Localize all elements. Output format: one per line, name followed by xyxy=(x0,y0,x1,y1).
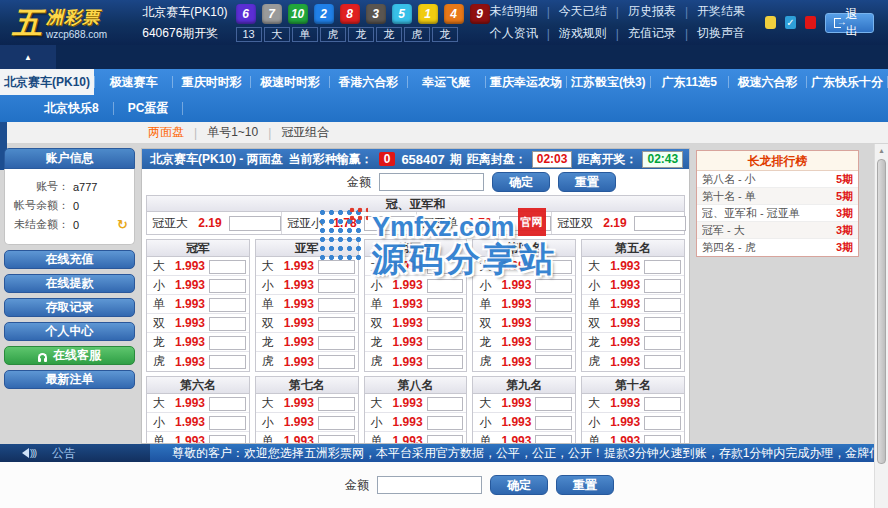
bet-odds[interactable]: 1.993 xyxy=(606,434,644,444)
bet-amount-input[interactable] xyxy=(427,435,464,445)
bet-amount-input[interactable] xyxy=(318,355,355,369)
bet-amount-input[interactable] xyxy=(535,416,572,430)
bet-amount-input[interactable] xyxy=(535,336,572,350)
bet-odds[interactable]: 1.993 xyxy=(171,434,209,444)
bet-amount-input[interactable] xyxy=(535,260,572,274)
confirm-button-bottom[interactable]: 确定 xyxy=(490,475,548,495)
bet-odds[interactable]: 1.993 xyxy=(280,316,318,330)
header-menu-item[interactable]: 切换声音 xyxy=(697,25,745,42)
bet-amount-input[interactable] xyxy=(318,317,355,331)
bet-amount-input[interactable] xyxy=(644,435,681,445)
bet-amount-input[interactable] xyxy=(364,216,416,231)
bet-amount-input[interactable] xyxy=(644,298,681,312)
site-logo[interactable]: 五 洲彩票 wzcp688.com xyxy=(0,6,142,40)
nav-tab[interactable]: 极速六合彩 xyxy=(729,69,806,95)
reset-button-top[interactable]: 重置 xyxy=(558,172,616,192)
bet-odds[interactable]: 2.19 xyxy=(193,216,227,230)
bet-amount-input[interactable] xyxy=(644,260,681,274)
bet-amount-input[interactable] xyxy=(209,260,246,274)
header-menu-item[interactable]: 历史报表 xyxy=(628,3,676,20)
nav-tab[interactable]: 极速时时彩 xyxy=(251,69,328,95)
bet-odds[interactable]: 1.993 xyxy=(606,415,644,429)
bet-odds[interactable]: 1.993 xyxy=(497,297,535,311)
bet-odds[interactable]: 1.78 xyxy=(463,216,497,230)
bet-amount-input[interactable] xyxy=(318,397,355,411)
bet-amount-input[interactable] xyxy=(209,336,246,350)
checkbox-indicator-icon[interactable]: ✓ xyxy=(785,16,796,29)
confirm-button-top[interactable]: 确定 xyxy=(492,172,550,192)
nav-tab[interactable]: 香港六合彩 xyxy=(330,69,407,95)
sidebar-button[interactable]: 存取记录 xyxy=(4,298,135,317)
bet-amount-input[interactable] xyxy=(209,416,246,430)
bet-amount-input[interactable] xyxy=(209,317,246,331)
bet-odds[interactable]: 1.993 xyxy=(280,297,318,311)
bet-odds[interactable]: 1.993 xyxy=(389,297,427,311)
bet-odds[interactable]: 1.993 xyxy=(280,355,318,369)
bet-amount-input[interactable] xyxy=(209,397,246,411)
bet-odds[interactable]: 2.19 xyxy=(598,216,632,230)
bet-amount-input[interactable] xyxy=(499,216,551,231)
vertical-scrollbar[interactable]: ▴ xyxy=(874,144,888,508)
account-info-header[interactable]: 账户信息 xyxy=(4,148,135,169)
amount-input-top[interactable] xyxy=(379,173,484,191)
sidebar-button[interactable]: 在线提款 xyxy=(4,274,135,293)
bet-odds[interactable]: 1.993 xyxy=(280,415,318,429)
bet-amount-input[interactable] xyxy=(427,298,464,312)
bet-odds[interactable]: 1.993 xyxy=(389,335,427,349)
bet-amount-input[interactable] xyxy=(318,416,355,430)
bet-odds[interactable]: 1.993 xyxy=(606,316,644,330)
red-indicator-icon[interactable] xyxy=(805,16,816,29)
bet-amount-input[interactable] xyxy=(427,260,464,274)
bet-amount-input[interactable] xyxy=(644,397,681,411)
scrollbar-up-icon[interactable]: ▴ xyxy=(875,144,888,158)
nav-tab[interactable]: 重庆幸运农场 xyxy=(486,69,566,95)
bet-odds[interactable]: 1.993 xyxy=(497,278,535,292)
bet-odds[interactable]: 1.993 xyxy=(497,355,535,369)
bet-odds[interactable]: 1.993 xyxy=(280,335,318,349)
bet-odds[interactable]: 1.993 xyxy=(171,259,209,273)
bet-amount-input[interactable] xyxy=(427,397,464,411)
subtab[interactable]: 单号1~10 xyxy=(207,124,258,141)
bet-odds[interactable]: 1.993 xyxy=(497,434,535,444)
sidebar-button[interactable]: 在线客服 xyxy=(4,346,135,365)
nav-tab[interactable]: 广东快乐十分 xyxy=(807,69,887,95)
header-menu-item[interactable]: 开奖结果 xyxy=(697,3,745,20)
bet-amount-input[interactable] xyxy=(644,416,681,430)
bet-amount-input[interactable] xyxy=(535,279,572,293)
sidebar-button[interactable]: 个人中心 xyxy=(4,322,135,341)
bet-odds[interactable]: 1.993 xyxy=(606,297,644,311)
nav-tab[interactable]: 北京快乐8 xyxy=(30,95,113,122)
bet-amount-input[interactable] xyxy=(644,279,681,293)
bet-odds[interactable]: 1.993 xyxy=(280,259,318,273)
refresh-icon[interactable]: ↻ xyxy=(117,220,128,230)
reset-button-bottom[interactable]: 重置 xyxy=(556,475,614,495)
bet-amount-input[interactable] xyxy=(318,298,355,312)
bet-odds[interactable]: 1.993 xyxy=(389,434,427,444)
sidebar-button[interactable]: 最新注单 xyxy=(4,370,135,389)
bet-odds[interactable]: 1.993 xyxy=(606,259,644,273)
bet-odds[interactable]: 1.993 xyxy=(389,415,427,429)
bet-odds[interactable]: 1.993 xyxy=(497,335,535,349)
bet-amount-input[interactable] xyxy=(535,317,572,331)
bet-odds[interactable]: 1.993 xyxy=(171,415,209,429)
bet-odds[interactable]: 1.993 xyxy=(171,316,209,330)
bet-odds[interactable]: 1.993 xyxy=(171,297,209,311)
bet-odds[interactable]: 1.993 xyxy=(389,278,427,292)
bet-odds[interactable]: 1.78 xyxy=(328,216,362,230)
bet-amount-input[interactable] xyxy=(318,336,355,350)
bet-amount-input[interactable] xyxy=(209,355,246,369)
bet-odds[interactable]: 1.993 xyxy=(171,355,209,369)
subtab[interactable]: 两面盘 xyxy=(148,124,184,141)
bet-odds[interactable]: 1.993 xyxy=(389,355,427,369)
bet-odds[interactable]: 1.993 xyxy=(171,396,209,410)
bet-odds[interactable]: 1.993 xyxy=(606,335,644,349)
nav-tab[interactable]: PC蛋蛋 xyxy=(114,95,183,122)
bet-amount-input[interactable] xyxy=(427,355,464,369)
bet-odds[interactable]: 1.993 xyxy=(389,396,427,410)
nav-tab[interactable]: 重庆时时彩 xyxy=(173,69,250,95)
amount-input-bottom[interactable] xyxy=(377,476,482,494)
bet-amount-input[interactable] xyxy=(634,216,686,231)
bet-amount-input[interactable] xyxy=(318,279,355,293)
bet-odds[interactable]: 1.993 xyxy=(497,259,535,273)
bet-amount-input[interactable] xyxy=(644,355,681,369)
